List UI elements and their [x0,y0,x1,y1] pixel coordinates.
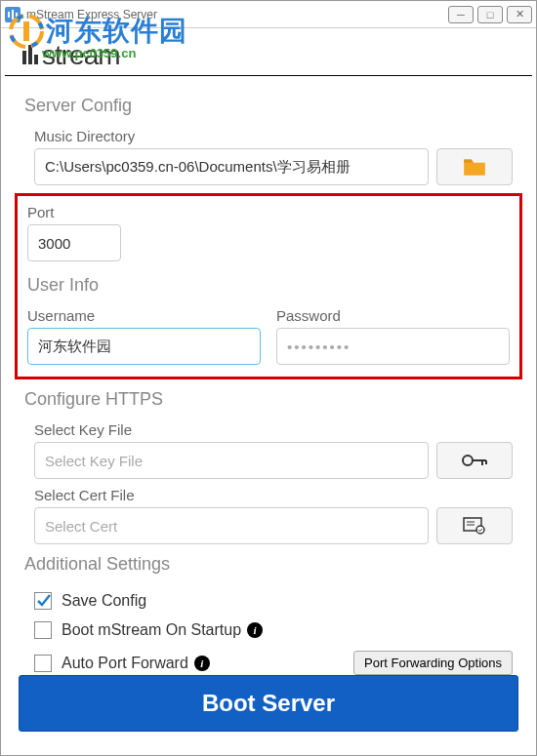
cert-file-input[interactable] [34,507,429,544]
key-file-label: Select Key File [34,421,513,438]
port-label: Port [27,204,510,220]
key-file-input[interactable] [34,442,429,479]
select-key-button[interactable] [436,442,513,479]
close-button[interactable]: ✕ [507,6,532,23]
username-label: Username [27,307,261,324]
auto-port-checkbox[interactable] [34,655,52,672]
boot-startup-checkbox[interactable] [34,621,52,639]
boot-startup-label: Boot mStream On Startup [62,621,241,639]
server-config-title: Server Config [24,96,513,116]
boot-server-button[interactable]: Boot Server [19,675,518,732]
select-cert-button[interactable] [436,507,513,544]
username-input[interactable] [27,328,261,365]
save-config-checkbox[interactable] [34,592,52,610]
music-dir-input[interactable] [34,148,429,185]
svg-rect-1 [8,12,10,18]
titlebar: mStream Express Server ─ □ ✕ [1,1,536,28]
folder-icon [462,156,487,178]
music-dir-label: Music Directory [34,128,513,144]
check-icon [35,593,51,609]
auto-port-label: Auto Port Forward [62,655,188,672]
svg-point-7 [463,456,473,465]
app-logo-text: mstreamstream [22,40,120,70]
logo-bar: mstreamstream [5,32,532,76]
info-icon[interactable]: i [194,656,210,671]
port-forwarding-options-button[interactable]: Port Forwarding Options [353,651,513,675]
additional-title: Additional Settings [24,554,513,575]
user-info-title: User Info [27,275,510,296]
save-config-label: Save Config [62,592,146,610]
maximize-button[interactable]: □ [477,6,503,23]
key-icon [461,453,488,468]
svg-point-14 [476,526,484,534]
port-input[interactable] [27,224,121,261]
cert-file-label: Select Cert File [34,487,513,503]
window-title: mStream Express Server [26,8,448,21]
password-input[interactable] [276,328,510,365]
browse-folder-button[interactable] [436,148,513,185]
svg-rect-2 [12,10,14,20]
info-icon[interactable]: i [247,622,263,638]
password-label: Password [276,307,510,324]
minimize-button[interactable]: ─ [448,6,474,23]
highlighted-section: Port User Info Username Password [15,193,522,379]
app-icon [5,7,21,22]
svg-rect-3 [16,13,18,17]
certificate-icon [463,517,486,535]
https-title: Configure HTTPS [24,389,513,410]
